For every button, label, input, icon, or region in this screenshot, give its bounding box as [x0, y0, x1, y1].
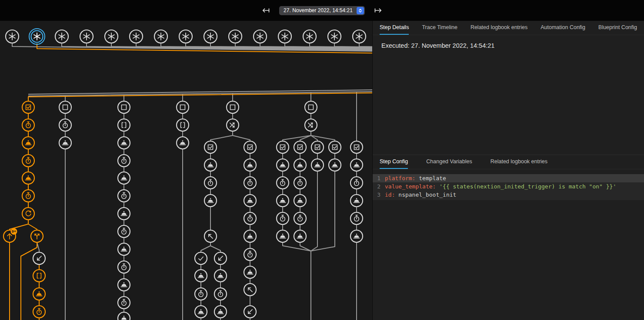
graph-node-service[interactable]	[118, 208, 130, 220]
graph-node-asterisk[interactable]	[229, 30, 242, 43]
graph-node-timer[interactable]	[22, 119, 34, 131]
run-select[interactable]: 27. November 2022, 14:54:21	[279, 6, 365, 15]
graph-node-check[interactable]	[195, 252, 207, 264]
code-line[interactable]: 3id: nspanel_boot_init	[373, 191, 644, 199]
tab-changed-variables[interactable]: Changed Variables	[426, 155, 472, 169]
graph-node-asterisk[interactable]	[278, 30, 291, 43]
graph-node-asterisk[interactable]	[130, 30, 143, 43]
graph-node-timer[interactable]	[244, 212, 256, 224]
next-run-button[interactable]	[372, 4, 385, 17]
graph-node-timer[interactable]	[277, 212, 289, 224]
graph-node-timer[interactable]	[214, 288, 227, 300]
graph-node-brackets[interactable]	[177, 119, 189, 131]
graph-node-checkbox-blank[interactable]	[177, 101, 189, 113]
graph-node-service[interactable]	[22, 137, 34, 149]
graph-node-timer[interactable]	[118, 261, 130, 273]
graph-node-shuffle[interactable]	[227, 119, 239, 131]
graph-node-service[interactable]	[294, 195, 306, 207]
graph-node-timer[interactable]	[33, 306, 45, 318]
graph-node-timer[interactable]	[294, 212, 306, 224]
graph-node-asterisk[interactable]	[29, 29, 45, 44]
graph-node-asterisk[interactable]	[328, 30, 341, 43]
graph-node-service[interactable]	[214, 306, 227, 318]
graph-node-service[interactable]	[350, 230, 363, 242]
graph-node-checkbox-blank[interactable]	[118, 101, 130, 113]
graph-node-service[interactable]	[350, 195, 363, 207]
graph-node-arrow-bottom-left[interactable]	[214, 252, 227, 264]
graph-node-checkbox-marked[interactable]	[277, 141, 289, 153]
graph-node-service[interactable]	[277, 159, 289, 171]
graph-node-service[interactable]	[329, 159, 341, 171]
code-line[interactable]: 1platform: template	[373, 174, 644, 182]
graph-node-service[interactable]	[277, 195, 289, 207]
graph-node-refresh[interactable]	[22, 208, 34, 220]
tab-related-logbook-entries[interactable]: Related logbook entries	[491, 155, 547, 169]
graph-node-timer[interactable]	[22, 155, 34, 167]
graph-node-timer[interactable]	[244, 177, 256, 189]
graph-node-timer[interactable]	[204, 177, 217, 189]
graph-node-asterisk[interactable]	[204, 30, 217, 43]
tab-related-logbook-entries[interactable]: Related logbook entries	[470, 21, 527, 35]
code-line[interactable]: 2value_template: '{{ states(nextion_init…	[373, 182, 644, 191]
graph-node-asterisk[interactable]	[154, 30, 167, 43]
graph-node-service[interactable]	[118, 172, 130, 184]
graph-node-service[interactable]	[33, 288, 45, 300]
graph-node-timer[interactable]	[118, 225, 130, 238]
graph-node-arrow-bottom-left[interactable]	[244, 306, 256, 318]
graph-node-service[interactable]	[118, 279, 130, 291]
graph-node-service[interactable]	[244, 230, 256, 242]
graph-node-service[interactable]	[59, 137, 71, 149]
graph-node-timer[interactable]	[195, 288, 207, 300]
graph-node-checkbox-marked[interactable]	[329, 141, 341, 153]
graph-node-checkbox-marked[interactable]	[22, 101, 34, 113]
graph-node-service[interactable]	[204, 159, 217, 171]
graph-node-checkbox-blank[interactable]	[227, 101, 239, 113]
graph-node-asterisk[interactable]	[6, 30, 19, 43]
tab-step-details[interactable]: Step Details	[380, 21, 409, 35]
graph-node-service[interactable]	[118, 137, 130, 149]
graph-node-arrow-top-left[interactable]	[244, 284, 256, 296]
graph-node-timer[interactable]	[118, 297, 130, 309]
graph-node-arrow-up[interactable]: 9+	[3, 228, 17, 243]
graph-node-service[interactable]	[294, 230, 306, 242]
tab-blueprint-config[interactable]: Blueprint Config	[598, 21, 637, 35]
graph-node-asterisk[interactable]	[105, 30, 118, 43]
graph-node-checkbox-blank[interactable]	[59, 101, 71, 113]
graph-node-service[interactable]	[311, 159, 324, 171]
graph-node-service[interactable]	[244, 159, 256, 171]
graph-node-timer[interactable]	[350, 212, 363, 224]
graph-node-asterisk[interactable]	[303, 30, 316, 43]
graph-node-asterisk[interactable]	[254, 30, 267, 43]
tab-trace-timeline[interactable]: Trace Timeline	[422, 21, 457, 35]
graph-node-service[interactable]	[118, 312, 130, 320]
graph-node-service[interactable]	[118, 243, 130, 255]
graph-node-checkbox-marked[interactable]	[311, 141, 324, 153]
graph-node-service[interactable]	[244, 195, 256, 207]
graph-node-arrow-bottom-left[interactable]	[33, 252, 45, 264]
graph-node-asterisk[interactable]	[55, 30, 68, 43]
graph-node-service[interactable]	[195, 270, 207, 282]
graph-node-checkbox-marked[interactable]	[244, 141, 256, 153]
graph-node-timer[interactable]	[22, 190, 34, 202]
graph-node-service[interactable]	[204, 195, 217, 207]
graph-node-timer[interactable]	[118, 155, 130, 167]
graph-node-checkbox-marked[interactable]	[204, 141, 217, 153]
graph-node-brackets[interactable]	[33, 270, 45, 282]
graph-node-asterisk[interactable]	[353, 30, 366, 43]
graph-node-timer[interactable]	[244, 248, 256, 261]
graph-node-service[interactable]	[22, 172, 34, 184]
graph-node-timer[interactable]	[59, 119, 71, 131]
graph-node-service[interactable]	[350, 159, 363, 171]
graph-node-call-split[interactable]	[31, 230, 43, 242]
graph-node-timer[interactable]	[350, 177, 363, 189]
previous-run-button[interactable]	[259, 4, 272, 17]
graph-node-service[interactable]	[195, 306, 207, 318]
code-editor[interactable]: 1platform: template2value_template: '{{ …	[373, 174, 644, 200]
tab-step-config[interactable]: Step Config	[380, 155, 408, 169]
graph-node-service[interactable]	[244, 266, 256, 278]
graph-node-arrow-top-left[interactable]	[204, 230, 217, 242]
graph-node-asterisk[interactable]	[179, 30, 192, 43]
graph-node-checkbox-marked[interactable]	[350, 141, 363, 153]
graph-node-asterisk[interactable]	[80, 30, 93, 43]
graph-node-service[interactable]	[214, 270, 227, 282]
